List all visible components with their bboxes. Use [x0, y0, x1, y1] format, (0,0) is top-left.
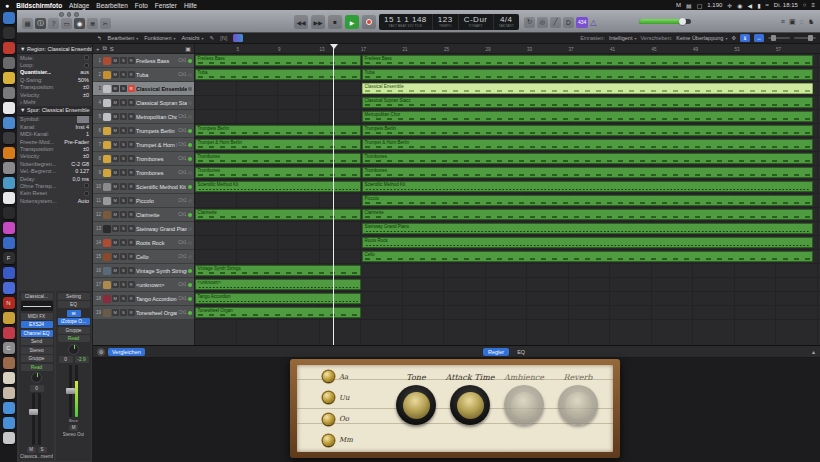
- search-icon[interactable]: ○: [803, 2, 807, 8]
- metronome-icon[interactable]: △: [590, 18, 596, 27]
- arrange-track-lane[interactable]: Tango Accordion: [195, 292, 820, 306]
- move-tool-icon[interactable]: ✣: [731, 35, 736, 41]
- solo-button[interactable]: S: [120, 253, 127, 260]
- region-param-row[interactable]: Velocity:±0: [17, 91, 92, 98]
- knob-dial[interactable]: [396, 385, 436, 425]
- smart-controls-toggle[interactable]: ◉: [74, 18, 85, 29]
- play-button[interactable]: ▶: [345, 15, 359, 29]
- lcd-display[interactable]: 15 1 1 148 TAKT BEAT DIV TICK 123 TEMPO …: [379, 14, 519, 30]
- output-automation-button[interactable]: Read: [58, 335, 90, 342]
- track-inspector-header[interactable]: ▼ Spur: Classical Ensemble: [17, 106, 92, 116]
- knob-dial[interactable]: [504, 385, 544, 425]
- music-app[interactable]: [3, 192, 15, 204]
- record-enable-button[interactable]: R: [128, 281, 135, 288]
- solo-button[interactable]: S: [120, 225, 127, 232]
- vowel-button-knob[interactable]: [323, 392, 334, 403]
- output-volume-fader[interactable]: [69, 365, 78, 417]
- folder-1[interactable]: [3, 402, 15, 414]
- replace-button[interactable]: ╱: [550, 17, 561, 28]
- mixer-toggle[interactable]: ≣: [87, 18, 98, 29]
- output-group-slot[interactable]: Gruppe: [58, 327, 90, 334]
- track-header[interactable]: 6MSRTrumpets BerlinCh1: [93, 124, 194, 138]
- arrange-track-lane[interactable]: Trumpets BerlinTrumpets Berlin: [195, 124, 820, 138]
- midi-region[interactable]: <unknown>: [195, 279, 361, 291]
- track-header[interactable]: 5MSRMetropolitan ChorCh1: [93, 110, 194, 124]
- track-header-options-icon[interactable]: ▣: [185, 45, 191, 52]
- arrange-track-lane[interactable]: TrombonesTrombones: [195, 152, 820, 166]
- app-rainbow[interactable]: [3, 222, 15, 234]
- region-param-checkbox[interactable]: [84, 55, 89, 60]
- plus-icon[interactable]: ✛: [727, 2, 732, 9]
- midi-region[interactable]: Clarinette: [195, 209, 361, 221]
- output-volume-value[interactable]: -2.9: [75, 356, 89, 363]
- menubar-item[interactable]: Foto: [135, 2, 148, 9]
- app-blue-2[interactable]: [3, 282, 15, 294]
- record-enable-button[interactable]: R: [128, 225, 135, 232]
- battery-icon[interactable]: ▮: [757, 2, 760, 9]
- plugin-slot[interactable]: EXS24: [21, 321, 53, 328]
- track-param-row[interactable]: Kein Reset: [17, 190, 92, 197]
- camera-app[interactable]: [3, 87, 15, 99]
- auto-zoom-button[interactable]: ↔: [754, 34, 764, 42]
- midi-region[interactable]: Trumpet & Horn Berlin: [362, 139, 813, 151]
- track-param-value[interactable]: 1: [86, 131, 89, 137]
- solo-button[interactable]: S: [120, 99, 127, 106]
- solo-button[interactable]: S: [120, 309, 127, 316]
- waveform-zoom-button[interactable]: ⊻: [740, 34, 750, 42]
- track-param-value[interactable]: C-2 G8: [71, 161, 89, 167]
- track-param-value[interactable]: 0,0 ms: [72, 176, 89, 182]
- m-indicator[interactable]: M: [676, 2, 681, 8]
- vertical-zoom-slider[interactable]: [768, 37, 790, 39]
- arrange-track-lane[interactable]: TubaTuba: [195, 68, 820, 82]
- midi-fx-slot[interactable]: MIDI FX: [21, 313, 53, 320]
- autopunch-button[interactable]: ◎: [537, 17, 548, 28]
- app-grey-tool[interactable]: [3, 162, 15, 174]
- vowel-button-knob[interactable]: [323, 435, 334, 446]
- app-red-round[interactable]: [3, 327, 15, 339]
- keyboard-icon[interactable]: ◉: [737, 2, 742, 9]
- plugin-settings-icon[interactable]: ⚙: [97, 348, 105, 356]
- mute-button[interactable]: M: [112, 127, 119, 134]
- editors-toggle[interactable]: ✂: [100, 18, 111, 29]
- midi-region[interactable]: Cello: [362, 251, 813, 263]
- speaker-app[interactable]: [3, 207, 15, 219]
- midi-region[interactable]: Fretless Bass: [362, 55, 813, 67]
- mute-button[interactable]: M: [112, 239, 119, 246]
- back-icon[interactable]: ↰: [97, 35, 102, 41]
- traffic-lights[interactable]: [59, 12, 79, 17]
- track-header[interactable]: 2MSRTubaCh1: [93, 68, 194, 82]
- app-grey-box[interactable]: [3, 57, 15, 69]
- track-param-row[interactable]: Notensystem...Auto: [17, 197, 92, 204]
- pan-knob[interactable]: [31, 372, 42, 383]
- low-latency-button[interactable]: D: [563, 17, 574, 28]
- functions-menu[interactable]: Funktionen▾: [144, 35, 175, 41]
- midi-region[interactable]: Tuba: [362, 69, 813, 81]
- playhead[interactable]: [333, 44, 334, 345]
- knob-reverb[interactable]: Reverb: [551, 373, 605, 425]
- folder-2[interactable]: [3, 417, 15, 429]
- arrange-track-lane[interactable]: <unknown>: [195, 278, 820, 292]
- apple-icon[interactable]: ●: [5, 2, 9, 9]
- record-enable-button[interactable]: R: [128, 309, 135, 316]
- lcd-position[interactable]: 15 1 1 148 TAKT BEAT DIV TICK: [379, 14, 433, 30]
- track-param-row[interactable]: Delay:0,0 ms: [17, 175, 92, 182]
- midi-region[interactable]: Trumpets Berlin: [195, 125, 361, 137]
- track-param-row[interactable]: Notenbegren...C-2 G8: [17, 160, 92, 167]
- record-enable-button[interactable]: R: [128, 197, 135, 204]
- region-inspector-header[interactable]: ▼ Region: Classical Ensemble: [17, 44, 92, 54]
- track-param-row[interactable]: Vel.-Begrenz...0 127: [17, 167, 92, 174]
- region-param-value[interactable]: ±0: [83, 84, 89, 90]
- track-param-value[interactable]: 0 127: [75, 168, 89, 174]
- track-header[interactable]: 16MSRVintage Synth Strings: [93, 264, 194, 278]
- toolbar-toggle[interactable]: ▭: [61, 18, 72, 29]
- knob-tone[interactable]: Tone: [389, 373, 443, 425]
- region-param-checkbox[interactable]: [84, 63, 89, 68]
- solo-button[interactable]: S: [120, 267, 127, 274]
- secondary-tool-icon[interactable]: [N]: [220, 35, 227, 41]
- plugin-tab-eq[interactable]: EQ: [512, 348, 530, 356]
- solo-button[interactable]: S: [38, 447, 47, 453]
- pencil-tool-icon[interactable]: ✎: [210, 35, 215, 41]
- track-header[interactable]: 1MSRFretless BassCh1: [93, 54, 194, 68]
- film-app[interactable]: [3, 132, 15, 144]
- solo-button[interactable]: S: [120, 113, 127, 120]
